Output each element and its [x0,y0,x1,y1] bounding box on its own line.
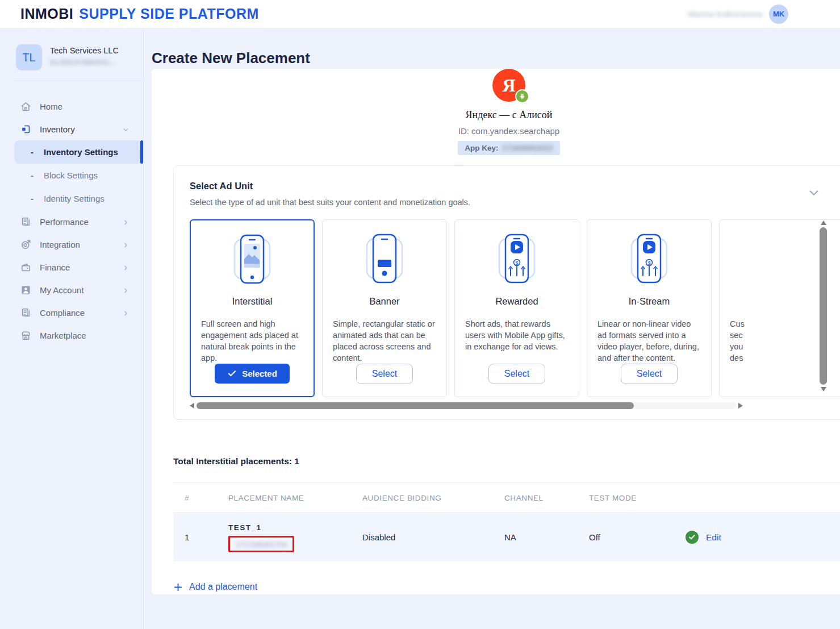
app-name: Яндекс — с Алисой [466,109,553,121]
row-actions: Edit [686,531,840,544]
inmobi-logo: INMOBI SUPPLY SIDE PLATFORM [20,6,259,22]
card-description-truncated: Cus sec you des [730,318,833,364]
select-ad-unit-panel: Select Ad Unit Select the type of ad uni… [173,165,840,420]
wallet-icon [20,262,31,273]
report-icon [20,216,31,227]
yandex-app-icon: Я [492,69,525,102]
select-button[interactable]: Select [488,364,545,384]
horizontal-scrollbar[interactable] [190,402,743,409]
sidebar-item-label: Inventory Settings [44,147,118,157]
in-stream-phone-icon: $ [597,228,701,289]
placement-name-cell: TEST_1 1717345401704 [228,522,362,552]
chevron-right-icon [122,309,129,316]
select-button[interactable]: Select [356,364,413,384]
add-placement-button[interactable]: Add a placement [173,582,257,592]
inventory-icon [20,124,31,135]
plus-icon [173,582,183,592]
ad-unit-subtitle: Select the type of ad unit that best sui… [190,198,470,207]
card-description: Short ads, that rewards users with Mobil… [465,318,569,352]
sidebar-item-marketplace[interactable]: Marketplace [0,324,143,347]
sidebar-item-label: Marketplace [40,331,129,340]
card-description: Linear or non-linear video ad formats se… [597,318,701,364]
chevron-down-icon [122,126,129,133]
app-key-chip: App Key: 171839952023 [458,141,559,155]
chevron-right-icon [122,241,129,248]
sidebar-item-inventory[interactable]: Inventory [0,118,143,140]
sidebar-item-label: Performance [40,217,114,227]
col-header-index: # [185,494,228,502]
vertical-scrollbar[interactable] [820,220,827,391]
subitem-dash: - [31,147,34,157]
selected-button[interactable]: Selected [215,364,290,384]
sidebar-item-inventory-settings[interactable]: - Inventory Settings [14,140,143,164]
card-title: In-Stream [597,296,701,307]
sidebar: TL Tech Services LLC 8cc3552478894031...… [0,28,144,629]
status-check-icon [686,531,699,544]
sidebar-item-label: Home [40,102,129,111]
android-badge-icon [515,89,529,103]
storefront-icon [20,330,31,341]
sidebar-item-label: Finance [40,263,114,272]
sidebar-item-home[interactable]: Home [0,95,143,118]
scroll-down-arrow[interactable] [821,387,826,391]
vertical-scroll-track[interactable] [820,227,827,385]
row-index: 1 [185,532,228,542]
card-title: Banner [333,296,436,307]
col-header-channel: CHANNEL [504,494,589,502]
select-button[interactable]: Select [621,364,678,384]
selected-button-label: Selected [242,369,277,378]
placements-table: # PLACEMENT NAME AUDIENCE BIDDING CHANNE… [173,482,840,561]
account-name: Tech Services LLC [50,46,119,55]
top-app-bar: INMOBI SUPPLY SIDE PLATFORM Marina Koles… [0,0,840,28]
sidebar-item-block-settings[interactable]: - Block Settings [0,164,143,187]
sidebar-item-my-account[interactable]: My Account [0,278,143,301]
sidebar-divider [14,81,143,81]
annotation-red-box: 1717345401704 [228,536,294,552]
user-menu[interactable]: Marina Kolesnicova MK [688,5,788,24]
card-description: Full screen and high engagement ads plac… [201,318,303,364]
placement-name: TEST_1 [228,523,262,532]
vertical-scroll-thumb[interactable] [820,227,827,385]
sidebar-item-label: Compliance [40,308,114,318]
horizontal-scroll-track[interactable] [197,402,736,409]
sidebar-item-identity-settings[interactable]: - Identity Settings [0,187,143,210]
edit-link[interactable]: Edit [706,532,721,543]
yandex-letter: Я [502,75,515,96]
horizontal-scroll-thumb[interactable] [197,402,634,409]
card-title: Interstitial [201,296,303,307]
avatar[interactable]: MK [769,5,788,24]
app-key-label: App Key: [465,144,498,152]
table-row: 1 TEST_1 1717345401704 Disabled NA Off E… [173,513,840,561]
logo-secondary-text: SUPPLY SIDE PLATFORM [79,6,259,22]
ad-unit-card-banner[interactable]: Banner Simple, rectangular static or ani… [322,219,447,397]
ad-unit-title: Select Ad Unit [190,181,470,191]
sidebar-item-label: My Account [40,285,114,295]
ad-unit-card-in-stream[interactable]: $ In-Stream Linear or non-linear video a… [587,219,712,397]
user-name: Marina Kolesnicova [688,9,762,19]
sidebar-item-performance[interactable]: Performance [0,210,143,233]
app-header: Я Яндекс — с Алисой ID: com.yandex.searc… [173,69,840,155]
chevron-right-icon [122,218,129,226]
check-icon [227,369,237,378]
person-icon [20,285,31,295]
sidebar-item-label: Integration [40,240,114,249]
sidebar-item-finance[interactable]: Finance [0,256,143,278]
chevron-right-icon [122,286,129,294]
scroll-right-arrow[interactable] [738,403,743,409]
ad-unit-card-interstitial[interactable]: Interstitial Full screen and high engage… [190,219,315,397]
target-icon [20,239,31,250]
collapse-chevron-icon[interactable] [808,186,820,199]
scroll-left-arrow[interactable] [190,403,194,409]
card-description: Simple, rectangular static or animated a… [333,318,436,364]
col-header-audience-bidding: AUDIENCE BIDDING [362,494,504,502]
audience-bidding-value: Disabled [362,532,504,542]
col-header-test-mode: TEST MODE [589,494,686,502]
account-card[interactable]: TL Tech Services LLC 8cc3552478894031... [0,44,143,70]
ad-unit-card-rewarded[interactable]: $ Rewarded Short ads, that rewards users… [454,219,579,397]
interstitial-phone-icon [201,228,303,289]
sidebar-item-integration[interactable]: Integration [0,233,143,256]
channel-value: NA [504,532,589,542]
scroll-up-arrow[interactable] [821,220,826,225]
subitem-dash: - [31,170,34,180]
sidebar-item-compliance[interactable]: Compliance [0,301,143,324]
